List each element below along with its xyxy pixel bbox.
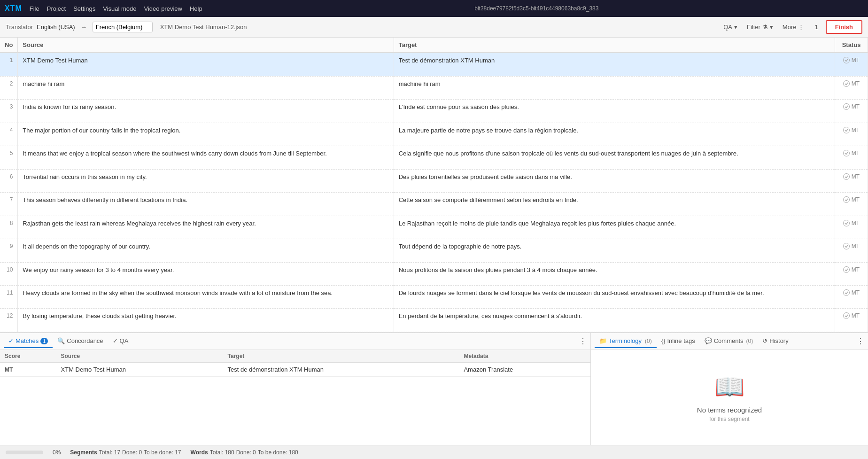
segments-to-be-done: To be done: 17 [144, 449, 181, 456]
row-status: MT [835, 193, 868, 216]
matches-check-icon: ✓ [8, 337, 14, 344]
table-row[interactable]: 12 By losing temperature, these clouds s… [0, 309, 868, 332]
row-source: The major portion of our country falls i… [18, 123, 394, 146]
logo: XTM [5, 4, 22, 13]
right-panel: 📁 Terminology (0) {} Inline tags 💬 Comme… [591, 333, 868, 445]
row-target: Le Rajasthan reçoit le moins de pluie ta… [394, 216, 835, 239]
words-status: Words Total: 180 Done: 0 To be done: 180 [191, 449, 298, 456]
progress-bar-container [6, 451, 43, 454]
left-panel-more-icon[interactable]: ⋮ [579, 337, 587, 346]
tab-terminology[interactable]: 📁 Terminology (0) [595, 335, 657, 348]
match-row[interactable]: MT XTM Demo Test Human Test de démonstra… [0, 363, 590, 377]
right-panel-more-icon[interactable]: ⋮ [857, 337, 864, 346]
words-to-be-done: To be done: 180 [258, 449, 298, 456]
table-row[interactable]: 11 Heavy clouds are formed in the sky wh… [0, 285, 868, 308]
table-row[interactable]: 5 It means that we enjoy a tropical seas… [0, 146, 868, 169]
row-number: 4 [0, 123, 18, 146]
status-mt-label: MT [852, 80, 860, 87]
row-target: Des pluies torrentielles se produisent c… [394, 169, 835, 192]
table-row[interactable]: 1 XTM Demo Test Human Test de démonstrat… [0, 53, 868, 76]
more-icon: ⋮ [798, 23, 804, 31]
tab-matches[interactable]: ✓ Matches 1 [4, 335, 53, 348]
translator-label: Translator [6, 23, 33, 31]
matches-badge: 1 [40, 338, 48, 344]
matches-col-target: Target [223, 350, 459, 363]
filter-icon: ⚗ [762, 23, 768, 31]
nav-file[interactable]: File [30, 5, 39, 12]
col-header-target: Target [394, 38, 835, 53]
nav-settings[interactable]: Settings [73, 5, 95, 12]
progress-percent: 0% [53, 449, 61, 456]
table-row[interactable]: 9 It all depends on the topography of ou… [0, 239, 868, 262]
table-row[interactable]: 7 This season behaves differently in dif… [0, 193, 868, 216]
left-panel-tabs: ✓ Matches 1 🔍 Concordance ✓ QA ⋮ [0, 333, 590, 350]
more-label: More [783, 23, 797, 31]
table-row[interactable]: 6 Torrential rain occurs in this season … [0, 169, 868, 192]
row-number: 7 [0, 193, 18, 216]
finish-button[interactable]: Finish [826, 20, 862, 34]
row-source: XTM Demo Test Human [18, 53, 394, 76]
bottom-area: ✓ Matches 1 🔍 Concordance ✓ QA ⋮ Score S… [0, 332, 868, 445]
col-header-status: Status [835, 38, 868, 53]
tab-comments[interactable]: 💬 Comments (0) [700, 335, 758, 348]
row-target: Cela signifie que nous profitons d'une s… [394, 146, 835, 169]
status-check-icon [843, 80, 850, 87]
row-number: 2 [0, 76, 18, 99]
row-target: Tout dépend de la topographie de notre p… [394, 239, 835, 262]
nav-visual-mode[interactable]: Visual mode [103, 5, 136, 12]
table-row[interactable]: 3 India is known for its rainy season. L… [0, 100, 868, 123]
status-mt-label: MT [852, 196, 860, 203]
top-nav: XTM File Project Settings Visual mode Vi… [0, 0, 868, 17]
row-number: 1 [0, 53, 18, 76]
tab-history[interactable]: ↺ History [758, 335, 793, 348]
row-target: La majeure partie de notre pays se trouv… [394, 123, 835, 146]
comments-icon: 💬 [705, 337, 712, 344]
row-source: India is known for its rainy season. [18, 100, 394, 123]
status-check-icon [843, 220, 850, 226]
col-header-no: No [0, 38, 18, 53]
status-check-icon [843, 127, 850, 133]
row-number: 5 [0, 146, 18, 169]
row-source: We enjoy our rainy season for 3 to 4 mon… [18, 262, 394, 285]
row-status: MT [835, 309, 868, 332]
concordance-icon: 🔍 [57, 337, 65, 344]
language-arrow-icon: → [81, 23, 87, 31]
page-number: 1 [811, 23, 822, 31]
filter-button[interactable]: Filter ⚗ ▾ [744, 22, 776, 32]
nav-project[interactable]: Project [47, 5, 66, 12]
status-mt-label: MT [852, 312, 860, 319]
table-row[interactable]: 2 machine hi ram machine hi ram MT [0, 76, 868, 99]
nav-video-preview[interactable]: Video preview [144, 5, 182, 12]
tab-concordance[interactable]: 🔍 Concordance [53, 335, 108, 348]
more-button[interactable]: More ⋮ [780, 22, 807, 32]
row-target: Nous profitons de la saison des pluies p… [394, 262, 835, 285]
table-row[interactable]: 8 Rajasthan gets the least rain whereas … [0, 216, 868, 239]
match-score: MT [0, 363, 56, 377]
table-row[interactable]: 10 We enjoy our rainy season for 3 to 4 … [0, 262, 868, 285]
row-number: 8 [0, 216, 18, 239]
match-target: Test de démonstration XTM Human [223, 363, 459, 377]
tab-qa[interactable]: ✓ QA [108, 335, 133, 348]
translator-bar: Translator English (USA) → French (Belgi… [0, 17, 868, 38]
match-metadata: Amazon Translate [459, 363, 590, 377]
table-row[interactable]: 4 The major portion of our country falls… [0, 123, 868, 146]
target-language-select[interactable]: French (Belgium) [93, 22, 153, 32]
nav-help[interactable]: Help [190, 5, 202, 12]
row-source: machine hi ram [18, 76, 394, 99]
row-source: Torrential rain occurs in this season in… [18, 169, 394, 192]
row-target: L'Inde est connue pour sa saison des plu… [394, 100, 835, 123]
row-source: By losing temperature, these clouds star… [18, 309, 394, 332]
book-icon: 📖 [714, 373, 745, 401]
row-status: MT [835, 216, 868, 239]
row-target: Test de démonstration XTM Human [394, 53, 835, 76]
row-status: MT [835, 76, 868, 99]
status-check-icon [843, 150, 850, 156]
tab-inline-tags[interactable]: {} Inline tags [657, 335, 700, 348]
segments-label: Segments [70, 449, 97, 456]
qa-check-icon: ✓ [113, 337, 118, 344]
tab-history-label: History [769, 337, 788, 344]
status-check-icon [843, 312, 850, 319]
qa-button[interactable]: QA ▾ [721, 22, 740, 32]
status-bar: 0% Segments Total: 17 Done: 0 To be done… [0, 445, 868, 459]
status-mt-label: MT [852, 243, 860, 249]
